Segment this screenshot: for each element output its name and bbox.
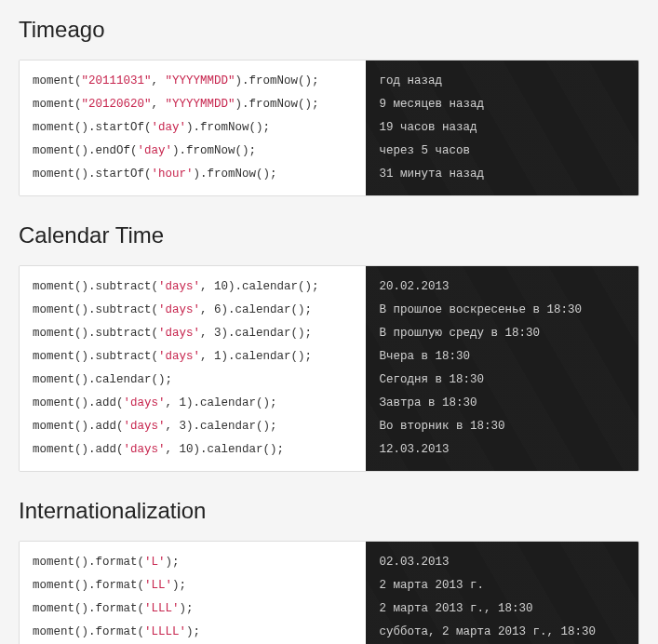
code-line: moment().add('days', 10).calendar(); [33,438,353,462]
code-token-punc: (). [74,579,96,592]
output-line: В прошлое воскресенье в 18:30 [379,299,625,322]
code-token-func: format [96,556,138,569]
code-token-str: 'days' [124,443,166,456]
section: Calendar Timemoment().subtract('days', 1… [0,206,658,481]
code-token-str: "YYYYMMDD" [166,74,235,87]
code-token-func: moment [33,121,74,134]
code-token-func: calendar [235,350,291,363]
section-title: Calendar Time [19,222,639,248]
code-line: moment().startOf('day').fromNow(); [33,116,353,140]
code-token-str: 'LLLL' [144,625,186,638]
code-line: moment().add('days', 3).calendar(); [33,415,353,438]
code-token-str: 'days' [158,327,200,340]
code-token-str: 'days' [124,420,166,433]
code-token-punc: (); [298,98,319,111]
output-line: 2 марта 2013 г. [379,574,625,597]
code-token-punc: ). [235,98,249,111]
code-token-punc: ( [138,579,145,592]
code-token-punc: (); [291,327,313,340]
code-token-func: subtract [96,350,152,363]
code-token-punc: ( [116,420,124,433]
code-column: moment().subtract('days', 10).calendar()… [20,266,366,471]
output-line: год назад [379,70,625,93]
code-token-punc: (). [74,420,96,433]
code-token-punc: ( [144,121,152,134]
code-token-punc: ); [166,556,180,569]
code-token-punc: ( [152,303,159,316]
code-token-func: calendar [200,420,256,433]
code-token-func: moment [33,443,74,456]
code-token-func: fromNow [249,74,299,87]
code-line: moment("20111031", "YYYYMMDD").fromNow()… [33,70,353,93]
output-column: год назад9 месяцев назад19 часов назадче… [366,60,638,195]
code-token-punc: (); [152,373,173,386]
code-token-func: moment [33,74,74,87]
code-line: moment().endOf('day').fromNow(); [33,140,353,163]
code-line: moment().format('LLL'); [33,597,353,621]
code-token-func: calendar [208,443,263,456]
code-token-punc: , 6). [200,303,235,316]
code-token-func: moment [33,420,74,433]
code-token-punc: ). [172,144,186,157]
code-token-func: moment [33,396,74,409]
code-token-func: fromNow [200,121,249,134]
code-token-punc: , 1). [200,350,235,363]
code-token-punc: (). [74,303,96,316]
code-token-func: startOf [96,121,145,134]
code-token-punc: ( [138,625,145,638]
output-line: В прошлую среду в 18:30 [379,322,625,345]
section-title: Internationalization [19,498,639,524]
output-column: 02.03.20132 марта 2013 г.2 марта 2013 г.… [366,542,638,644]
code-token-punc: ( [116,443,124,456]
code-token-punc: , 3). [166,420,201,433]
code-line: moment().subtract('days', 6).calendar(); [33,299,353,322]
code-token-punc: (). [74,144,96,157]
code-line: moment().add('days', 1).calendar(); [33,392,353,415]
code-token-punc: (). [74,168,96,181]
code-token-func: endOf [96,144,131,157]
output-line: Завтра в 18:30 [379,392,625,415]
code-line: moment().format('LLLL'); [33,621,353,644]
code-token-punc: ( [130,144,138,157]
page-root: Timeagomoment("20111031", "YYYYMMDD").fr… [0,0,658,644]
code-token-func: calendar [242,280,298,293]
code-token-func: calendar [96,373,152,386]
section: Internationalizationmoment().format('L')… [0,481,658,644]
code-token-punc: ( [152,280,159,293]
code-line: moment().calendar(); [33,369,353,392]
code-token-punc: ( [152,350,159,363]
code-token-func: fromNow [208,168,257,181]
code-token-func: startOf [96,168,145,181]
code-token-punc: (). [74,280,96,293]
code-token-func: subtract [96,303,152,316]
code-token-punc: ( [144,168,152,181]
code-token-punc: ( [116,396,124,409]
code-token-punc: ( [138,556,145,569]
code-token-punc: (); [235,144,257,157]
output-line: 9 месяцев назад [379,93,625,116]
code-token-str: 'day' [152,121,187,134]
code-token-punc: ( [138,602,145,615]
code-token-punc: , 10). [200,280,242,293]
output-line: 31 минута назад [379,163,625,186]
code-token-func: moment [33,303,74,316]
code-token-punc: ); [180,602,194,615]
example-block: moment("20111031", "YYYYMMDD").fromNow()… [19,60,639,196]
code-token-func: add [96,420,117,433]
code-token-func: calendar [200,396,256,409]
code-token-punc: , 3). [200,327,235,340]
code-token-str: 'LLL' [144,602,180,615]
code-token-func: moment [33,98,74,111]
code-token-str: 'days' [158,280,200,293]
code-line: moment().subtract('days', 3).calendar(); [33,322,353,345]
output-line: Сегодня в 18:30 [379,369,625,392]
output-column: 20.02.2013В прошлое воскресенье в 18:30В… [366,266,638,471]
code-token-punc: (). [74,602,96,615]
code-token-func: format [96,579,138,592]
code-token-func: add [96,396,117,409]
code-token-punc: ); [186,625,200,638]
code-token-func: fromNow [249,98,299,111]
code-token-func: moment [33,579,74,592]
code-token-func: moment [33,602,74,615]
section: Timeagomoment("20111031", "YYYYMMDD").fr… [0,0,658,206]
